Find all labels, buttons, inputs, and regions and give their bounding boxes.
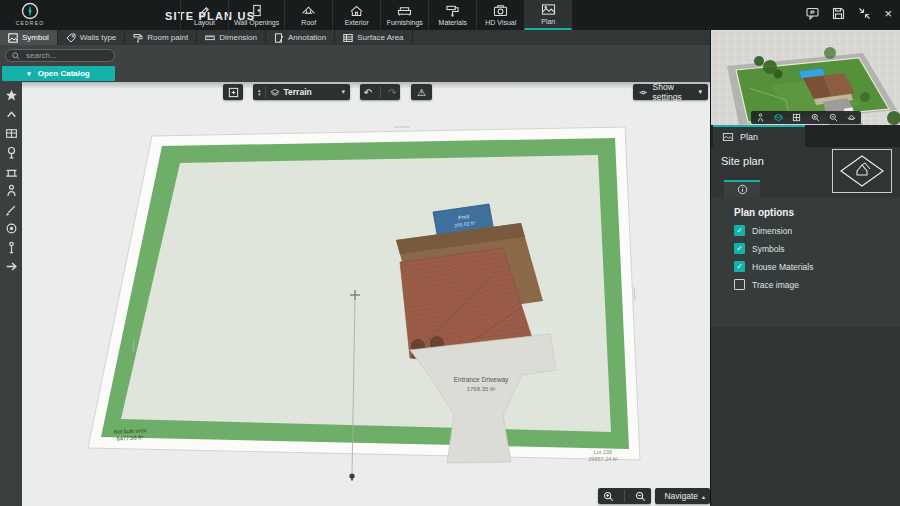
option-trace-image[interactable]: Trace image [734,279,813,290]
right-panel-tabs: Plan [711,125,900,147]
tool-annotation[interactable]: Annotation [266,30,335,45]
option-dimension[interactable]: ✓ Dimension [734,225,813,236]
ruler-icon [205,33,215,43]
checkbox[interactable] [734,279,745,290]
compass-icon[interactable] [5,222,18,235]
street-lamp-icon[interactable] [5,241,18,254]
3d-preview[interactable] [711,30,900,125]
main-tab-bar: Layout Wall Openings Roof Exterior Furni… [180,0,572,30]
map-icon [541,3,556,16]
zoom-out-icon[interactable] [635,491,646,502]
close-icon[interactable]: × [884,7,892,20]
option-house-materials[interactable]: ✓ House Materials [734,261,813,272]
tool-symbol[interactable]: Symbol [0,30,58,45]
tab-label: Exterior [345,19,369,26]
warning-button[interactable]: ⚠ [411,84,432,100]
house-icon [349,4,364,17]
chevron-down-icon: ▾ [341,88,345,96]
right-panel-content: Site plan Plan options ✓ Dimension ✓ Sym… [711,147,900,506]
panel-tab-label: Plan [740,132,758,142]
collapse-chevron-icon[interactable] [5,108,18,121]
tab-roof[interactable]: Roof [284,0,332,30]
zoom-out-icon[interactable] [829,113,838,122]
walkthrough-icon[interactable] [756,113,765,122]
pen-icon[interactable] [5,203,18,216]
logo-text: CEDREO [10,20,50,26]
plan-panel-tab[interactable]: Plan [713,125,805,147]
pin-marker [349,473,354,480]
tool-room-paint[interactable]: Room paint [125,30,197,45]
paint-roller-icon [445,4,460,17]
tab-furnishings[interactable]: Furnishings [380,0,428,30]
plan-view-icon[interactable] [792,113,801,122]
camera-icon [493,4,508,17]
window-controls: × [806,7,892,20]
checkbox[interactable]: ✓ [734,261,745,272]
tab-exterior[interactable]: Exterior [332,0,380,30]
redo-button[interactable]: ↷ [388,87,396,98]
undo-button[interactable]: ↶ [364,87,372,98]
option-label: House Materials [752,262,813,272]
app-logo: CEDREO [10,2,50,26]
tab-hd-visual[interactable]: HD Visual [476,0,524,30]
roof-icon [301,4,316,17]
furniture-cabinet-icon[interactable] [5,127,18,140]
tool-surface-area[interactable]: Surface Area [335,30,412,45]
option-label: Trace image [752,280,799,290]
chevron-down-icon: ▾ [698,88,702,96]
image-icon [8,33,18,43]
floor-selector[interactable]: ▴▾ Terrain ▾ [253,84,350,100]
pencil-icon [197,4,212,17]
zoom-in-icon[interactable] [603,491,614,502]
map-icon [722,132,734,142]
plan-canvas[interactable]: Pool 265.62 ft² Terrace 1394.00 ft² Entr… [22,82,710,506]
option-symbols[interactable]: ✓ Symbols [734,243,813,254]
info-subtab[interactable] [724,180,760,197]
tool-label: Walls type [80,33,117,42]
preview-toolbar [751,111,861,124]
aerial-view-icon[interactable] [774,113,783,122]
save-icon[interactable] [832,7,845,20]
tree-icon[interactable] [5,146,18,159]
exit-fullscreen-icon[interactable] [858,7,871,20]
tab-label: HD Visual [485,19,516,26]
feedback-icon[interactable] [806,7,819,20]
tool-label: Room paint [147,33,188,42]
search-box [5,49,115,62]
orbit-icon[interactable] [847,113,856,122]
tab-plan[interactable]: Plan [524,0,572,30]
grid-icon [343,33,353,43]
tab-label: Plan [541,18,555,25]
tab-label: Materials [439,19,467,26]
undo-redo-group: ↶ ↷ [360,84,400,100]
floor-spinner[interactable]: ▴▾ [258,88,261,96]
tag-icon [66,33,76,43]
show-settings-button[interactable]: Show settings ▾ [633,84,708,100]
tool-walls-type[interactable]: Walls type [58,30,126,45]
tab-materials[interactable]: Materials [428,0,476,30]
checkbox[interactable]: ✓ [734,243,745,254]
open-catalog-button[interactable]: ▾ Open Catalog [2,66,115,81]
site-plan-thumbnail[interactable] [832,149,892,193]
tab-label: Furnishings [387,19,423,26]
tool-dimension[interactable]: Dimension [197,30,266,45]
fence-icon[interactable] [5,165,18,178]
tab-layout[interactable]: Layout [180,0,228,30]
navigate-button[interactable]: Navigate ▴ [655,488,710,504]
fit-view-button[interactable] [223,84,243,100]
checkbox[interactable]: ✓ [734,225,745,236]
tab-label: Wall Openings [234,19,279,26]
arrow-right-icon[interactable] [5,260,18,273]
person-icon[interactable] [5,184,18,197]
fit-view-icon [228,87,239,98]
search-input[interactable] [24,50,108,61]
favorites-star-icon[interactable] [5,89,18,102]
plan-options-list: ✓ Dimension ✓ Symbols ✓ House Materials … [734,225,813,290]
zoom-in-icon[interactable] [811,113,820,122]
driveway-area: 1768.35 ft² [467,386,496,392]
open-catalog-label: Open Catalog [38,69,90,78]
floor-name: Terrain [284,87,312,97]
tab-wall-openings[interactable]: Wall Openings [228,0,284,30]
chevron-down-icon: ▾ [27,70,31,78]
door-icon [249,4,264,17]
